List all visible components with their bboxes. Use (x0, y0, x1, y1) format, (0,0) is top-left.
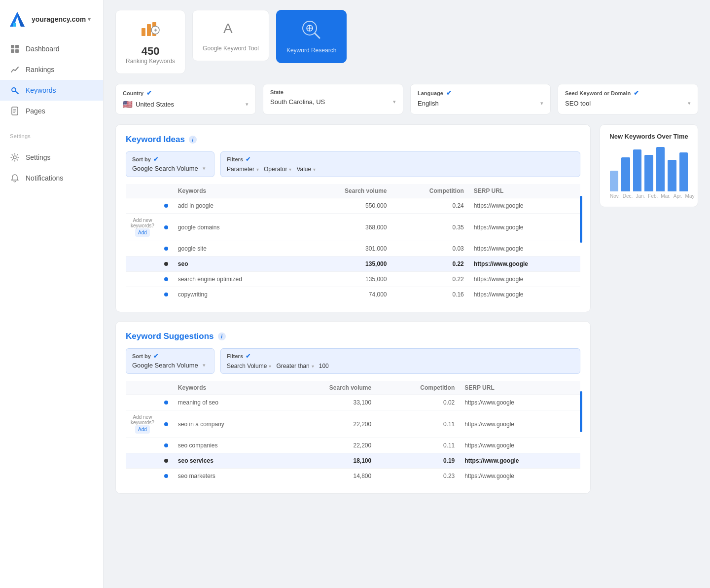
keyword-suggestions-info-icon[interactable]: i (218, 332, 226, 340)
chart-bar (633, 149, 641, 191)
card-ranking-keywords[interactable]: 450 Ranking Keywords (115, 10, 185, 74)
suggestions-table-wrap: Keywords Search volume Competition SERP … (126, 381, 580, 483)
table-row: google site301,0000.03https://www.google (126, 241, 580, 257)
suggestions-scrollbar[interactable] (580, 391, 582, 432)
ideas-scrollbar[interactable] (580, 196, 582, 243)
col-addnew (126, 381, 159, 395)
ideas-value-field[interactable]: Value ▾ (296, 166, 316, 173)
chart-label: Feb. (648, 193, 658, 199)
ideas-operator-selector[interactable]: Operator ▾ (264, 166, 291, 173)
competition-cell: 0.02 (376, 395, 460, 410)
ideas-sort-check-icon: ✔ (153, 156, 158, 163)
ideas-param-selector[interactable]: Parameter ▾ (227, 166, 259, 173)
competition-cell: 0.22 (391, 272, 468, 287)
keyword-cell: meaning of seo (173, 395, 279, 410)
state-selector[interactable]: South Carolina, US ▾ (270, 98, 396, 106)
ideas-param-dropdown-icon: ▾ (256, 167, 259, 172)
sidebar-item-label: Notifications (26, 174, 63, 182)
ideas-sort-selector[interactable]: Google Search Volume ▾ (132, 165, 208, 172)
dot-cell (159, 395, 173, 410)
serp-url-cell: https://www.google (460, 453, 580, 469)
filter-language: Language ✔ English ▾ (410, 84, 551, 114)
language-selector[interactable]: English ▾ (418, 100, 543, 107)
add-new-cell (126, 438, 159, 453)
dot-cell (159, 469, 173, 484)
col-serp: SERP URL (460, 381, 580, 395)
seed-check-icon: ✔ (634, 89, 639, 97)
svg-rect-5 (11, 49, 14, 53)
suggestions-sort-selector[interactable]: Google Search Volume ▾ (132, 362, 208, 369)
content-area: Keyword Ideas i Sort by ✔ Google Search … (115, 124, 698, 503)
dot-cell (159, 241, 173, 257)
country-selector[interactable]: 🇺🇸 United States ▾ (123, 100, 248, 109)
table-row: search engine optimized135,0000.22https:… (126, 272, 580, 287)
serp-url-cell: https://www.google (469, 257, 580, 272)
svg-line-22 (315, 34, 320, 38)
trending-icon (10, 65, 20, 74)
seed-selector[interactable]: SEO tool ▾ (565, 100, 691, 107)
svg-line-8 (16, 91, 19, 94)
agency-name: youragency.com (32, 15, 86, 23)
col-serp: SERP URL (469, 184, 580, 198)
country-check-icon: ✔ (146, 89, 152, 97)
keyword-dot-icon (164, 204, 168, 208)
sidebar-item-pages[interactable]: Pages (0, 101, 103, 121)
sidebar-item-label: Dashboard (26, 45, 60, 53)
sidebar-item-rankings[interactable]: Rankings (0, 59, 103, 80)
right-panel: New Keywords Over Time Nov.Dec.Jan.Feb.M… (600, 124, 698, 503)
col-addnew (126, 184, 159, 198)
sidebar-item-label: Settings (26, 153, 51, 161)
sidebar-item-dashboard[interactable]: Dashboard (0, 38, 103, 59)
state-dropdown-icon: ▾ (393, 99, 396, 105)
suggestions-operator-dropdown-icon: ▾ (312, 364, 314, 369)
filter-seed: Seed Keyword or Domain ✔ SEO tool ▾ (558, 84, 698, 114)
chart-label: Mar. (661, 193, 670, 199)
keyword-cell: seo services (173, 453, 279, 469)
suggestions-value-field[interactable]: 100 (319, 363, 329, 369)
table-row: seo135,0000.22https://www.google (126, 257, 580, 272)
chart-label: Apr. (674, 193, 682, 199)
keyword-cell: seo marketers (173, 469, 279, 484)
chart-label: May (685, 193, 695, 199)
ideas-filter-check-icon: ✔ (246, 156, 250, 163)
suggestions-sort-filter-bar: Sort by ✔ Google Search Volume ▾ Filters… (126, 348, 580, 374)
card-keyword-research[interactable]: Keyword Research (276, 10, 347, 63)
suggestions-operator-selector[interactable]: Greater than ▾ (276, 363, 314, 369)
main-content: 450 Ranking Keywords Α Google Keyword To… (104, 0, 710, 588)
agency-name-wrap: youragency.com ▾ (32, 15, 91, 23)
sidebar-item-keywords[interactable]: Keywords (0, 80, 103, 101)
settings-nav-items: Settings Notifications (0, 142, 103, 193)
col-competition: Competition (376, 381, 460, 395)
gear-icon (10, 152, 20, 162)
google-kw-label: Google Keyword Tool (203, 45, 259, 52)
ideas-value-dropdown-icon: ▾ (313, 167, 316, 172)
suggestions-sort-dropdown-icon: ▾ (203, 362, 206, 368)
sidebar-item-settings[interactable]: Settings (0, 147, 103, 168)
serp-url-cell: https://www.google (460, 438, 580, 453)
bar-chart (608, 147, 690, 191)
keyword-dot-icon (164, 401, 168, 404)
add-new-badge[interactable]: Add (135, 228, 150, 237)
volume-cell: 74,000 (301, 287, 391, 302)
bell-icon (10, 173, 20, 183)
ideas-sort-dropdown-icon: ▾ (203, 165, 206, 172)
ideas-filter-bar: Filters ✔ Parameter ▾ Operator ▾ (220, 151, 580, 177)
keyword-suggestions-title: Keyword Suggestions i (126, 331, 580, 341)
table-row: Add new keywords?Addseo in a company22,2… (126, 410, 580, 438)
sidebar-item-notifications[interactable]: Notifications (0, 168, 103, 188)
filter-state-label: State (270, 89, 396, 95)
col-dot (159, 184, 173, 198)
agency-dropdown-icon[interactable]: ▾ (88, 16, 91, 23)
keyword-ideas-info-icon[interactable]: i (189, 136, 197, 144)
keyword-cell: copywriting (173, 287, 302, 302)
chart-label: Nov. (610, 193, 620, 199)
add-new-badge[interactable]: Add (135, 425, 150, 434)
card-google-kw-tool[interactable]: Α Google Keyword Tool (192, 10, 269, 61)
key-icon (10, 85, 20, 95)
keyword-cell: google site (173, 241, 302, 257)
serp-url-cell: https://www.google (460, 395, 580, 410)
ranking-count: 450 (142, 45, 160, 58)
suggestions-param-selector[interactable]: Search Volume ▾ (227, 363, 271, 369)
suggestions-table: Keywords Search volume Competition SERP … (126, 381, 580, 483)
svg-rect-15 (147, 24, 151, 36)
